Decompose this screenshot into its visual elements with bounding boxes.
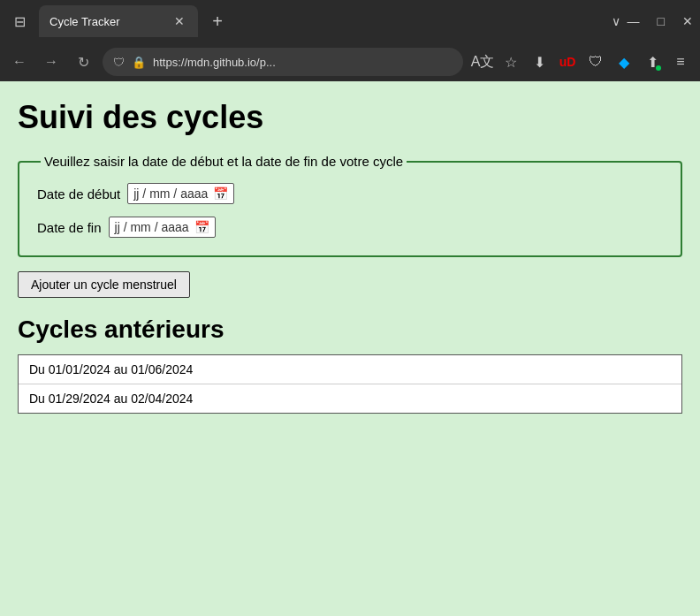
add-cycle-button[interactable]: Ajouter un cycle menstruel xyxy=(18,271,190,298)
security-icon: 🛡 xyxy=(113,56,125,69)
cycles-list: Du 01/01/2024 au 01/06/2024 Du 01/29/202… xyxy=(18,354,682,414)
ublock-icon[interactable]: uD xyxy=(555,49,580,74)
start-date-label: Date de début xyxy=(37,186,120,202)
page-title: Suivi des cycles xyxy=(18,99,682,136)
cycle-text: Du 01/01/2024 au 01/06/2024 xyxy=(29,362,193,376)
window-controls: — □ ✕ xyxy=(628,14,693,28)
url-bar[interactable]: 🛡 🔒 https://mdn.github.io/p... xyxy=(103,48,463,76)
end-date-value: jj / mm / aaaa xyxy=(115,220,189,234)
end-date-group: Date de fin jj / mm / aaaa 📅 xyxy=(37,217,663,238)
page-content: Suivi des cycles Veuillez saisir la date… xyxy=(0,81,700,616)
gem-icon[interactable]: ◆ xyxy=(612,49,636,74)
shield-extension-icon[interactable]: 🛡 xyxy=(583,49,608,74)
menu-icon[interactable]: ≡ xyxy=(668,49,693,74)
previous-cycles-title: Cycles antérieurs xyxy=(18,316,682,344)
translate-icon[interactable]: A文 xyxy=(470,49,495,74)
minimize-button[interactable]: — xyxy=(628,14,640,28)
share-icon[interactable]: ⬆ xyxy=(640,49,665,74)
download-icon[interactable]: ⬇ xyxy=(527,49,552,74)
new-tab-button[interactable]: + xyxy=(205,9,230,34)
browser-menu-icon[interactable]: ⊟ xyxy=(7,9,32,34)
start-date-input[interactable]: jj / mm / aaaa 📅 xyxy=(127,183,234,204)
title-bar: ⊟ Cycle Tracker ✕ + ∨ — □ ✕ xyxy=(0,0,700,42)
tab-title: Cycle Tracker xyxy=(49,15,164,28)
calendar-icon: 📅 xyxy=(213,186,228,201)
forward-button[interactable]: → xyxy=(39,49,64,74)
address-bar: ← → ↻ 🛡 🔒 https://mdn.github.io/p... A文 … xyxy=(0,42,700,81)
green-dot xyxy=(656,65,661,71)
browser-chrome: ⊟ Cycle Tracker ✕ + ∨ — □ ✕ ← → ↻ 🛡 🔒 ht… xyxy=(0,0,700,81)
tab-dropdown-icon[interactable]: ∨ xyxy=(612,14,620,28)
lock-icon: 🔒 xyxy=(132,56,146,69)
end-date-label: Date de fin xyxy=(37,220,102,235)
cycle-text: Du 01/29/2024 au 02/04/2024 xyxy=(29,392,193,406)
list-item: Du 01/29/2024 au 02/04/2024 xyxy=(19,384,681,413)
end-date-input[interactable]: jj / mm / aaaa 📅 xyxy=(109,217,216,238)
url-text: https://mdn.github.io/p... xyxy=(153,56,453,69)
list-item: Du 01/01/2024 au 01/06/2024 xyxy=(19,355,681,384)
back-button[interactable]: ← xyxy=(7,49,32,74)
toolbar-icons: A文 ☆ ⬇ uD 🛡 ◆ ⬆ ≡ xyxy=(470,49,693,74)
tab-controls: ∨ xyxy=(612,14,620,28)
tab-close-button[interactable]: ✕ xyxy=(171,13,187,29)
cycle-form-fieldset: Veuillez saisir la date de début et la d… xyxy=(18,154,682,257)
calendar-icon-end: 📅 xyxy=(194,220,209,234)
favorites-icon[interactable]: ☆ xyxy=(498,49,523,74)
maximize-button[interactable]: □ xyxy=(658,14,665,28)
refresh-button[interactable]: ↻ xyxy=(71,49,95,74)
start-date-value: jj / mm / aaaa xyxy=(133,186,208,201)
form-legend: Veuillez saisir la date de début et la d… xyxy=(41,154,407,169)
browser-tab[interactable]: Cycle Tracker ✕ xyxy=(39,5,198,37)
close-button[interactable]: ✕ xyxy=(682,14,693,28)
start-date-group: Date de début jj / mm / aaaa 📅 xyxy=(37,183,663,204)
